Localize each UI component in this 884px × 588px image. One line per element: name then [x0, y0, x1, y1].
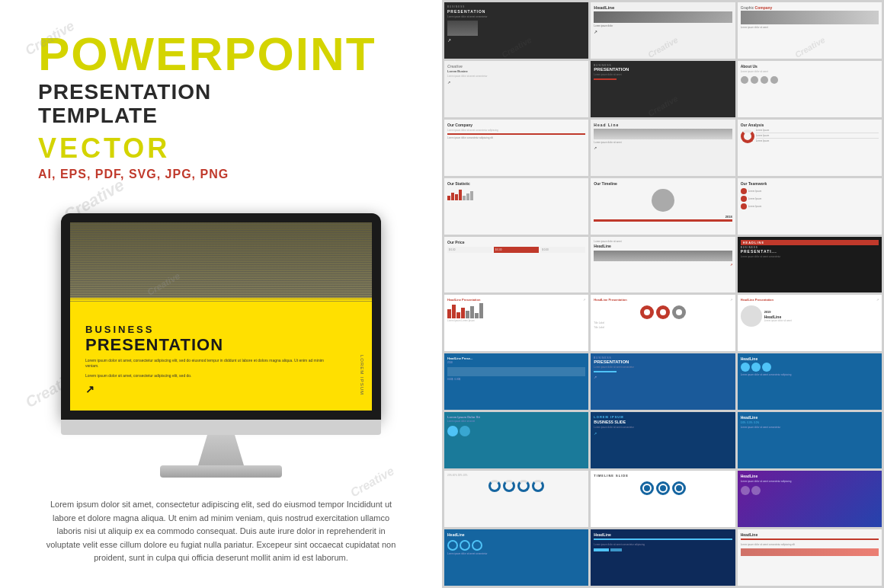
s17-icon2-inner [660, 309, 666, 315]
s10-bar3 [455, 194, 458, 200]
s18-year: 2019 [764, 310, 879, 314]
slide-preview-2: HeadLine Lorem ipsum dolor ↗ Creative [591, 2, 735, 59]
title-powerpoint: POWERPOINT [38, 30, 404, 78]
s27-body: Lorem ipsum dolor sit amet consectetur a… [741, 480, 879, 483]
slide-lorem-text: Lorem ipsum dolor sit amet, consectetur … [85, 358, 326, 369]
s29-bar2 [610, 548, 622, 551]
product-description: Lorem ipsum dolor sit amet, consectetur … [38, 498, 404, 565]
s17-icon3 [672, 305, 686, 319]
slide-thumb-25: 20% 40% 30% 10% [444, 471, 588, 527]
slide-inner-20: BUSINESS PRESENTATION Lorem ipsum dolor … [591, 353, 735, 410]
title-formats: AI, EPS, PDF, SVG, JPG, PNG [38, 168, 404, 181]
slide-inner-16: HeadLine Presentation ↗ Lorem Ipsum Lore… [444, 295, 588, 351]
right-panel: BUSINESS PRESENTATION Lorem ipsum dolor … [442, 0, 884, 588]
s7-body: Lorem ipsum dolor consectetur adipiscing… [447, 136, 585, 139]
s28-items [447, 540, 585, 551]
s19-d2: 0.00$ [455, 378, 461, 381]
s15-body: Lorem ipsum dolor sit amet consectetur [741, 255, 879, 258]
slide-preview-14: Lorem ipsum dolor sit amet HeadLine ↗ [591, 237, 735, 293]
s13-p1label: $ 0.00 [449, 248, 491, 251]
slide-preview-29: HeadLine Lorem ipsum dolor sit amet cons… [591, 529, 735, 586]
s25-donut4 [532, 480, 544, 492]
s12-text3: Lorem Ipsum [748, 205, 762, 208]
s17-icon1-inner [644, 309, 650, 315]
s12-item3: Lorem Ipsum [741, 203, 879, 209]
s1-label1: BUSINESS [447, 5, 585, 8]
s7-redline [447, 133, 585, 135]
s12-text1: Lorem Ipsum [748, 190, 762, 193]
slide-preview-8: Head Line Lorem ipsum dolor sit amet ↗ [591, 120, 735, 176]
monitor-stand-top [61, 420, 381, 435]
slide-preview-23: LOREM IPSUM BUSINESS SLIDE Lorem ipsum d… [591, 412, 735, 468]
slide-preview-9: Our Analysis Lorem Ipsum Lorem Ipsum Lor… [738, 120, 882, 176]
s4-arrow: ↗ [447, 80, 585, 85]
s24-s3: 0.0% [754, 421, 759, 424]
s24-s2: 0.0% [748, 421, 753, 424]
s16-b3 [456, 312, 460, 318]
s12-dot1 [741, 188, 747, 194]
s8-headline: Head Line [594, 123, 732, 127]
slide-inner-23: LOREM IPSUM BUSINESS SLIDE Lorem ipsum d… [591, 412, 735, 468]
s12-item2: Lorem Ipsum [741, 196, 879, 202]
s10-statistic: Our Statistic [447, 181, 585, 186]
s15-pres: PRESENTATI... [741, 249, 879, 254]
s11-redbar [594, 219, 732, 222]
slide-inner-15: HEADLINE BUSINESS PRESENTATI... Lorem ip… [738, 237, 882, 293]
s19-dots: 0.00$ 0.00$ [447, 378, 585, 381]
slide-thumb-13: Our Price $ 0.00 $ 0.00 $ 0.00 [444, 237, 588, 293]
s26-c1 [640, 481, 654, 495]
slide-side-text: LOREM IPSUM [360, 355, 364, 395]
slide-thumb-23: LOREM IPSUM BUSINESS SLIDE Lorem ipsum d… [591, 412, 735, 468]
slide-thumb-10: Our Statistic [444, 178, 588, 235]
s14-lorem: Lorem ipsum dolor sit amet [594, 240, 732, 243]
s22-c2 [460, 426, 470, 436]
s24-stats: 0.0% 0.0% 0.0% [741, 421, 879, 424]
s15-headline: HEADLINE [743, 241, 764, 244]
s16-title: HeadLine Presentation [447, 298, 480, 302]
s9-donut [741, 129, 754, 143]
slide-preview-27: HeadLine Lorem ipsum dolor sit amet cons… [738, 471, 882, 527]
slide-preview-21: HeadLine Lorem ipsum dolor sit amet cons… [738, 353, 882, 410]
slide-preview-20: BUSINESS PRESENTATION Lorem ipsum dolor … [591, 353, 735, 410]
s27-headline: HeadLine [741, 474, 879, 478]
s12-dot3 [741, 203, 747, 209]
slide-thumb-4: Creative Lorem Busine Lorem ipsum dolor … [444, 61, 588, 117]
s27-icon2 [751, 486, 761, 495]
slide-thumb-22: Lorem Ipsum Dolor Sit Lorem ipsum dolor … [444, 412, 588, 468]
s12-teamwork: Our Teamwork [741, 181, 879, 186]
monitor-base [160, 465, 282, 478]
s8-heximg [594, 129, 732, 139]
s21-icon3 [762, 363, 771, 372]
s6-aboutus: About Us [741, 64, 879, 69]
s18-title: HeadLine Presentation [741, 298, 774, 302]
slide-preview-4: Creative Lorem Busine Lorem ipsum dolor … [444, 61, 588, 117]
s25-donut3 [517, 480, 530, 492]
s29-bars [594, 548, 732, 551]
slide-preview-7: Our Company Lorem ipsum dolor sit amet c… [444, 120, 588, 176]
s13-p3: $ 0.00 [540, 247, 585, 253]
title-vector: VECTOR [38, 133, 404, 165]
s6-icon2 [751, 76, 758, 84]
slide-preview-3: Graphic Company Lorem ipsum dolor sit am… [738, 2, 882, 59]
slide-arrow-icon: ↗ [85, 383, 326, 395]
s3-company: Company [755, 5, 773, 10]
s10-bar4 [459, 190, 462, 200]
monitor-screen: BUSINESS PRESENTATION Lorem ipsum dolor … [70, 222, 372, 411]
s19-subtitle: 2018 [447, 361, 585, 364]
s18-content: 2019 HeadLine Lorem ipsum dolor sit amet [741, 305, 879, 327]
slide-preview-18: HeadLine Presentation ↗ 2019 HeadLine Lo… [738, 295, 882, 351]
s18-info: 2019 HeadLine Lorem ipsum dolor sit amet [764, 310, 879, 322]
slide-preview-26: TIMELINE SLIDE [591, 471, 735, 527]
s20-body: Lorem ipsum dolor sit amet consectetur [594, 366, 732, 369]
slide-inner-24: HeadLine 0.0% 0.0% 0.0% Lorem ipsum dolo… [738, 412, 882, 468]
s6-lorem: Lorem ipsum dolor sit amet [741, 70, 879, 73]
slide-thumb-30: HeadLine Lorem ipsum dolor sit amet cons… [738, 529, 882, 586]
s16-b2 [452, 305, 456, 318]
slide-inner-27: HeadLine Lorem ipsum dolor sit amet cons… [738, 471, 882, 527]
s30-headline: HeadLine [741, 532, 879, 537]
slide-preview-10: Our Statistic [444, 178, 588, 235]
slide-inner-12: Our Teamwork Lorem Ipsum Lorem Ipsum Lor… [738, 178, 882, 235]
slide-inner-28: HeadLine Lorem ipsum dolor sit amet cons… [444, 529, 588, 586]
slide-inner-6: About Us Lorem ipsum dolor sit amet [738, 61, 882, 117]
left-panel: Creative Creative Creative Creative POWE… [0, 0, 442, 588]
